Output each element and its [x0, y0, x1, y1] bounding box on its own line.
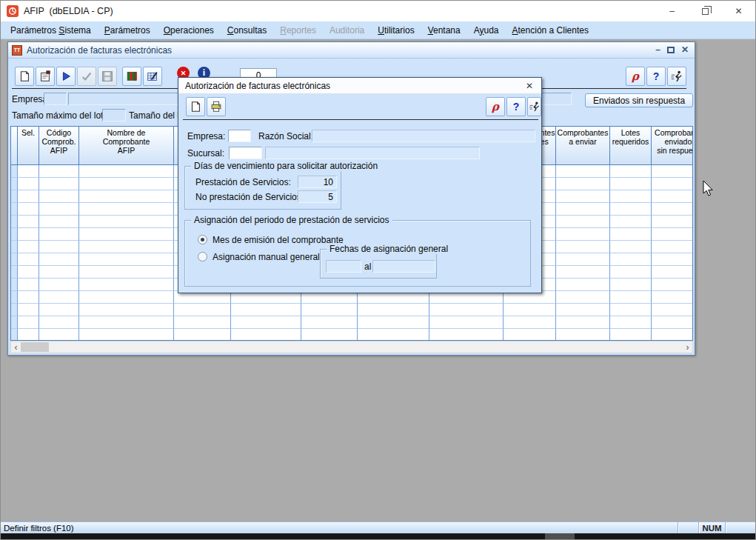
table-cell[interactable]	[18, 178, 39, 190]
row-selector-cell[interactable]	[11, 241, 18, 253]
table-cell[interactable]	[504, 304, 556, 316]
table-cell[interactable]	[231, 329, 301, 341]
scrollbar-thumb[interactable]	[21, 342, 49, 352]
table-cell[interactable]	[18, 228, 39, 241]
row-selector-cell[interactable]	[11, 329, 18, 341]
table-cell[interactable]	[610, 216, 652, 228]
enviados-sin-respuesta-button[interactable]: Enviados sin respuesta	[585, 93, 693, 107]
scroll-right-button[interactable]: ›	[683, 341, 692, 353]
table-cell[interactable]	[18, 190, 39, 203]
radio-mes-emision[interactable]	[198, 235, 207, 244]
radio-asignacion-manual[interactable]	[198, 252, 207, 261]
table-cell[interactable]	[79, 253, 174, 266]
table-cell[interactable]	[39, 304, 79, 316]
table-cell[interactable]	[79, 329, 174, 341]
table-cell[interactable]	[610, 253, 652, 266]
table-cell[interactable]	[79, 241, 174, 253]
row-selector-cell[interactable]	[11, 216, 18, 228]
table-cell[interactable]	[39, 241, 79, 253]
sucursal-name-field[interactable]	[265, 147, 480, 159]
row-selector-cell[interactable]	[11, 291, 18, 304]
table-cell[interactable]	[39, 329, 79, 341]
table-cell[interactable]	[18, 329, 39, 341]
table-cell[interactable]	[652, 165, 693, 178]
table-cell[interactable]	[39, 165, 79, 178]
table-cell[interactable]	[429, 304, 504, 316]
app-minimize-button[interactable]: –	[655, 1, 689, 21]
table-cell[interactable]	[231, 304, 301, 316]
table-cell[interactable]	[39, 178, 79, 190]
scroll-left-button[interactable]: ‹	[11, 341, 21, 353]
dialog-print-button[interactable]	[207, 97, 226, 116]
table-cell[interactable]	[39, 316, 79, 329]
table-cell[interactable]	[652, 279, 693, 291]
menu-operaciones[interactable]: Operaciones	[157, 23, 221, 38]
child-maximize-button[interactable]	[667, 47, 675, 53]
table-cell[interactable]	[556, 165, 610, 178]
empresa-code-field[interactable]	[44, 93, 67, 105]
row-selector-cell[interactable]	[11, 266, 18, 279]
row-selector-cell[interactable]	[11, 316, 18, 329]
app-close-button[interactable]: ✕	[722, 1, 755, 21]
table-cell[interactable]	[358, 329, 429, 341]
row-selector-cell[interactable]	[11, 304, 18, 316]
execute-button[interactable]	[56, 67, 76, 86]
dialog-empresa-field[interactable]	[228, 130, 251, 142]
dialog-exit-button[interactable]	[527, 97, 541, 116]
table-cell[interactable]	[79, 266, 174, 279]
table-cell[interactable]	[556, 329, 610, 341]
filter-button[interactable]: ρ	[626, 67, 645, 86]
table-cell[interactable]	[301, 329, 358, 341]
no-prestacion-field[interactable]	[298, 190, 337, 203]
dialog-help-button[interactable]: ?	[506, 97, 526, 116]
row-selector-cell[interactable]	[11, 165, 18, 178]
table-cell[interactable]	[79, 316, 174, 329]
horizontal-scrollbar[interactable]: ‹ ›	[10, 341, 693, 353]
menu-auditoria[interactable]: Auditoria	[323, 23, 371, 38]
table-cell[interactable]	[556, 241, 610, 253]
menu-atenci-n-a-clientes[interactable]: Atención a Clientes	[506, 23, 595, 38]
row-selector-cell[interactable]	[11, 253, 18, 266]
table-cell[interactable]	[18, 279, 39, 291]
table-cell[interactable]	[39, 216, 79, 228]
table-cell[interactable]	[610, 165, 652, 178]
row-selector-cell[interactable]	[11, 178, 18, 190]
menu-utilitarios[interactable]: Utilitarios	[371, 23, 421, 38]
table-cell[interactable]	[652, 304, 693, 316]
table-cell[interactable]	[39, 279, 79, 291]
row-selector-cell[interactable]	[11, 228, 18, 241]
table-cell[interactable]	[39, 203, 79, 216]
row-selector-cell[interactable]	[11, 190, 18, 203]
table-cell[interactable]	[39, 291, 79, 304]
fecha-desde-field[interactable]	[326, 260, 361, 273]
menu-consultas[interactable]: Consultas	[221, 23, 273, 38]
table-cell[interactable]	[652, 190, 693, 203]
app-restore-button[interactable]	[689, 1, 722, 21]
new-record-button[interactable]	[15, 67, 34, 86]
menu-ventana[interactable]: Ventana	[421, 23, 467, 38]
exit-button[interactable]	[667, 67, 686, 86]
table-cell[interactable]	[504, 329, 556, 341]
menu-par-metros-sistema[interactable]: Parámetros Sistema	[4, 23, 98, 38]
sucursal-field[interactable]	[229, 147, 262, 159]
table-cell[interactable]	[556, 291, 610, 304]
table-cell[interactable]	[610, 329, 652, 341]
menu-par-metros[interactable]: Parámetros	[98, 23, 157, 38]
table-cell[interactable]	[174, 304, 231, 316]
table-cell[interactable]	[174, 316, 231, 329]
row-selector-cell[interactable]	[11, 279, 18, 291]
table-cell[interactable]	[18, 253, 39, 266]
table-cell[interactable]	[301, 316, 358, 329]
table-cell[interactable]	[652, 241, 693, 253]
table-cell[interactable]	[79, 228, 174, 241]
child-minimize-button[interactable]: –	[655, 45, 660, 54]
table-cell[interactable]	[358, 304, 429, 316]
table-cell[interactable]	[18, 266, 39, 279]
table-cell[interactable]	[18, 241, 39, 253]
table-cell[interactable]	[652, 228, 693, 241]
table-cell[interactable]	[18, 216, 39, 228]
lotes-button[interactable]	[122, 67, 141, 86]
table-cell[interactable]	[556, 316, 610, 329]
child-close-button[interactable]: ✕	[681, 45, 689, 54]
table-cell[interactable]	[652, 216, 693, 228]
